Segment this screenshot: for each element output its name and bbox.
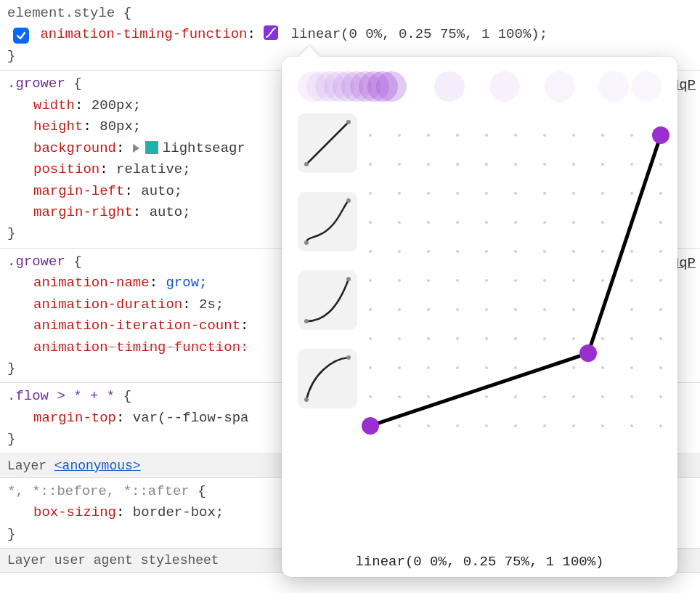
svg-point-3 — [346, 198, 351, 203]
motion-preview — [298, 71, 662, 103]
selector[interactable]: .grower — [7, 254, 65, 270]
curve-handle[interactable] — [362, 417, 379, 435]
svg-point-4 — [304, 319, 309, 323]
property-name[interactable]: animation-timing-function — [40, 26, 247, 42]
preset-linear[interactable] — [298, 113, 357, 173]
easing-swatch-icon[interactable] — [264, 25, 278, 40]
motion-dot — [489, 71, 520, 102]
declaration[interactable]: animation-timing-function: linear(0 0%, … — [7, 24, 693, 45]
property-value[interactable]: linear(0 0%, 0.25 75%, 1 100%); — [291, 26, 548, 42]
motion-dot — [632, 71, 662, 102]
preset-ease[interactable] — [298, 192, 357, 251]
easing-editor-popover[interactable]: linear(0 0%, 0.25 75%, 1 100%) — [282, 57, 677, 577]
curve-editor[interactable] — [370, 113, 662, 506]
curve-line — [370, 113, 661, 440]
curve-handle[interactable] — [579, 344, 597, 362]
curve-handle[interactable] — [652, 126, 670, 144]
selector[interactable]: .flow > * + * — [7, 388, 115, 404]
motion-dot — [598, 71, 629, 102]
easing-value-label: linear(0 0%, 0.25 75%, 1 100%) — [282, 554, 677, 570]
motion-dot — [376, 71, 407, 102]
svg-point-5 — [346, 277, 351, 281]
svg-point-7 — [346, 355, 351, 360]
motion-dot — [545, 71, 575, 102]
motion-dot — [434, 71, 465, 102]
color-swatch-icon[interactable] — [145, 141, 158, 154]
preset-ease-out[interactable] — [298, 349, 357, 408]
selector[interactable]: element.style — [7, 5, 115, 21]
svg-point-6 — [304, 398, 309, 402]
selector[interactable]: .grower — [7, 76, 65, 92]
layer-link[interactable]: <anonymous> — [54, 459, 141, 473]
disclosure-triangle-icon[interactable] — [133, 144, 139, 153]
svg-point-1 — [346, 120, 351, 124]
toggle-checkbox[interactable] — [13, 28, 29, 44]
svg-point-2 — [304, 241, 309, 245]
preset-ease-in[interactable] — [298, 270, 357, 330]
preset-list — [298, 113, 360, 506]
svg-point-0 — [304, 162, 309, 166]
